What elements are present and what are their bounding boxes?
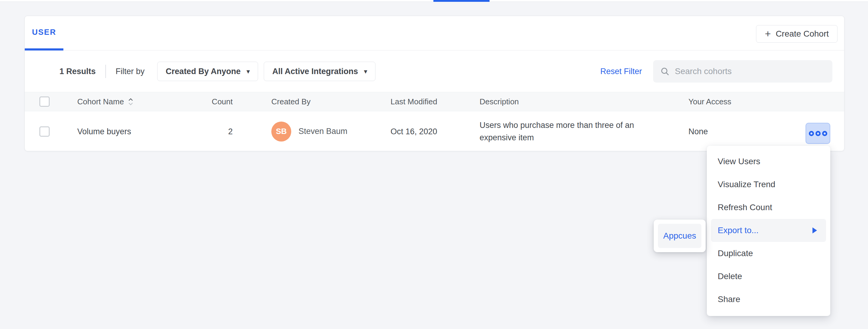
tab-strip: USER + Create Cohort — [25, 16, 844, 51]
select-all-checkbox[interactable] — [39, 97, 50, 107]
results-count: 1 Results — [59, 67, 96, 76]
divider — [105, 65, 106, 78]
filter-by-label: Filter by — [116, 67, 145, 76]
integrations-dropdown-value: All Active Integrations — [272, 67, 358, 76]
cohort-name-link[interactable]: Volume buyers — [77, 127, 131, 136]
column-header-created-by[interactable]: Created By — [271, 97, 311, 106]
menu-item-refresh-count[interactable]: Refresh Count — [707, 196, 830, 219]
right-triangle-icon — [812, 227, 817, 234]
menu-item-view-users[interactable]: View Users — [707, 150, 830, 173]
access-value: None — [688, 127, 708, 136]
filter-bar: 1 Results Filter by Created By Anyone ▾ … — [25, 51, 844, 92]
row-checkbox[interactable] — [39, 127, 50, 136]
last-modified-value: Oct 16, 2020 — [391, 127, 437, 136]
integrations-dropdown[interactable]: All Active Integrations ▾ — [264, 62, 375, 81]
created-by-dropdown-value: Created By Anyone — [166, 67, 241, 76]
column-header-last-modified[interactable]: Last Modified — [391, 97, 437, 106]
menu-item-visualize-trend[interactable]: Visualize Trend — [707, 173, 830, 196]
top-nav-strip — [0, 0, 868, 2]
row-actions-menu: View Users Visualize Trend Refresh Count… — [707, 146, 830, 316]
column-header-description[interactable]: Description — [479, 97, 519, 106]
menu-item-export-to-label: Export to... — [718, 226, 758, 235]
column-header-count[interactable]: Count — [172, 97, 233, 106]
cohorts-card: USER + Create Cohort 1 Results Filter by… — [25, 16, 844, 151]
avatar: SB — [271, 121, 291, 141]
chevron-down-icon: ▾ — [247, 68, 250, 75]
table-header: Cohort Name Count Created By Last Modifi… — [25, 92, 844, 111]
reset-filter-link[interactable]: Reset Filter — [600, 67, 642, 76]
create-cohort-label: Create Cohort — [776, 29, 829, 39]
active-tab-indicator — [433, 0, 490, 2]
created-by-dropdown[interactable]: Created By Anyone ▾ — [157, 62, 258, 81]
menu-item-share[interactable]: Share — [707, 288, 830, 311]
menu-item-export-to[interactable]: Export to... — [711, 219, 826, 242]
tab-user[interactable]: USER — [25, 16, 63, 51]
search-icon — [660, 67, 670, 76]
creator-name: Steven Baum — [299, 127, 347, 136]
create-cohort-button[interactable]: + Create Cohort — [756, 25, 838, 43]
menu-item-duplicate[interactable]: Duplicate — [707, 242, 830, 265]
three-dots-icon — [809, 131, 814, 136]
search-input[interactable] — [675, 66, 825, 76]
export-submenu: Appcues — [654, 220, 706, 252]
column-header-cohort-name[interactable]: Cohort Name — [77, 97, 134, 106]
menu-item-delete[interactable]: Delete — [707, 265, 830, 288]
sort-chevrons-icon — [128, 98, 134, 106]
description-value: Users who purchase more than three of an… — [479, 119, 649, 144]
chevron-down-icon: ▾ — [364, 68, 367, 75]
search-box[interactable] — [653, 60, 832, 83]
cohort-count: 2 — [172, 127, 233, 136]
column-header-your-access[interactable]: Your Access — [688, 97, 731, 106]
plus-icon: + — [765, 28, 771, 39]
table-row: Volume buyers 2 SB Steven Baum Oct 16, 2… — [25, 112, 844, 151]
row-actions-button[interactable] — [806, 123, 830, 144]
submenu-item-appcues[interactable]: Appcues — [658, 224, 702, 248]
created-by-cell: SB Steven Baum — [271, 121, 347, 141]
tab-user-label: USER — [32, 28, 56, 37]
